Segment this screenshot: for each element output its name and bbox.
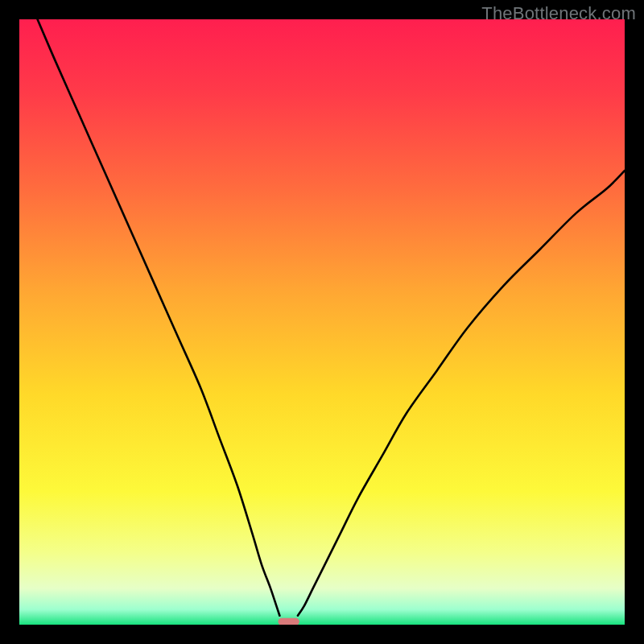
minimum-marker [278,618,299,625]
watermark-text: TheBottleneck.com [481,3,636,24]
plot-frame [19,19,625,625]
gradient-background [19,19,625,625]
bottleneck-curve-chart [19,19,625,625]
